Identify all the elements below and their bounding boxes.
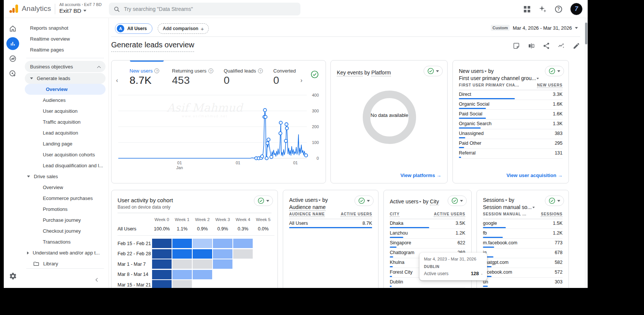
- advertising-icon[interactable]: [4, 66, 22, 81]
- sidebar-item-transactions[interactable]: Transactions: [22, 236, 109, 247]
- table-row[interactable]: un303: [483, 278, 563, 288]
- col-metric[interactable]: ACTIVE USERS: [434, 212, 465, 217]
- sidebar-item-purchase-journey[interactable]: Purchase journey: [22, 215, 109, 226]
- table-row[interactable]: chatgpt.com582: [483, 258, 563, 268]
- table-row[interactable]: Organic Social1.6K: [459, 100, 563, 110]
- channel-dimension-selector[interactable]: First user primary channel grou...: [459, 75, 539, 81]
- info-icon[interactable]: ?: [208, 68, 213, 73]
- all-users-comparison-pill[interactable]: A All Users: [115, 23, 152, 34]
- search-bar[interactable]: [109, 3, 300, 15]
- metric-carousel-next-icon[interactable]: ›: [300, 77, 302, 84]
- table-row[interactable]: Singapore622: [390, 239, 465, 248]
- key-events-status-dropdown[interactable]: [424, 66, 443, 76]
- sidebar-item-understand-web-app[interactable]: Understand web and/or app t...: [22, 247, 109, 258]
- sidebar-item-user-acquisition-cohorts[interactable]: User acquisition cohorts: [22, 149, 109, 160]
- col-metric[interactable]: ACTIVE USERS: [341, 212, 372, 217]
- checkmark-status-icon[interactable]: [311, 70, 319, 79]
- sidebar-item-overview-drive-sales[interactable]: Overview: [22, 182, 109, 193]
- sidebar-item-drive-sales[interactable]: Drive sales: [22, 171, 109, 182]
- table-row[interactable]: Paid Social1.6K: [459, 110, 563, 120]
- city-metric-selector[interactable]: Active users: [390, 198, 421, 204]
- table-row[interactable]: Unassigned383: [459, 129, 563, 139]
- insights-icon[interactable]: [558, 42, 565, 50]
- metric-tab-qualified-leads[interactable]: Qualified leads? 0: [224, 68, 263, 86]
- sidebar-item-landing-page[interactable]: Landing page: [22, 138, 109, 149]
- report-note-icon[interactable]: [513, 42, 520, 50]
- sidebar-item-checkout-journey[interactable]: Checkout journey: [22, 226, 109, 236]
- sessions-metric-selector[interactable]: Sessions: [483, 197, 507, 203]
- table-row[interactable]: Paid Other295: [459, 139, 563, 149]
- sidebar-item-traffic-acquisition[interactable]: Traffic acquisition: [22, 117, 109, 127]
- info-icon[interactable]: ?: [258, 68, 263, 73]
- help-icon[interactable]: ?: [555, 6, 562, 13]
- sidebar-item-lead-acquisition[interactable]: Lead acquisition: [22, 127, 109, 138]
- collapse-sidebar-icon[interactable]: [96, 278, 100, 282]
- col-dimension[interactable]: FIRST USER PRIMARY CHA...: [459, 83, 519, 88]
- col-metric[interactable]: SESSIONS: [541, 212, 563, 217]
- sidebar-item-realtime-pages[interactable]: Realtime pages: [22, 44, 109, 55]
- property-selector[interactable]: Exit7 BD: [59, 8, 86, 14]
- metric-tab-new-users[interactable]: New users? 8.7K: [130, 68, 161, 86]
- table-row[interactable]: m.facebook.com773: [483, 239, 563, 248]
- channel-status-dropdown[interactable]: [545, 66, 564, 76]
- search-input[interactable]: [124, 6, 296, 12]
- sidebar-item-generate-leads[interactable]: Generate leads: [25, 73, 106, 84]
- reports-icon[interactable]: [4, 36, 22, 51]
- table-row[interactable]: Direct3.3K: [459, 90, 563, 100]
- col-dimension[interactable]: AUDIENCE NAME: [289, 212, 325, 217]
- sidebar-item-lead-disqualification[interactable]: Lead disqualification and l...: [22, 160, 109, 171]
- cohort-status-dropdown[interactable]: [254, 195, 273, 206]
- table-row[interactable]: Referral131: [459, 149, 563, 159]
- col-dimension[interactable]: SESSION MANUAL ...: [483, 212, 526, 217]
- table-row[interactable]: google1.5K: [483, 219, 563, 229]
- breadcrumb-all-accounts[interactable]: All accounts: [59, 2, 81, 7]
- sidebar-item-realtime-overview[interactable]: Realtime overview: [22, 33, 109, 44]
- table-row[interactable]: fb1.2K: [483, 229, 563, 239]
- sidebar-item-reports-snapshot[interactable]: Reports snapshot: [22, 23, 109, 33]
- sidebar-item-user-acquisition[interactable]: User acquisition: [22, 106, 109, 117]
- table-row[interactable]: Organic Search1.3K: [459, 120, 563, 129]
- view-user-acquisition-link[interactable]: View user acquisition →: [507, 173, 563, 178]
- sidebar-item-ecommerce-purchases[interactable]: Ecommerce purchases: [22, 193, 109, 204]
- table-row[interactable]: All Users8.7K: [289, 219, 372, 229]
- channel-metric-selector[interactable]: New users: [459, 68, 487, 74]
- admin-gear-icon[interactable]: [4, 268, 22, 283]
- sessions-status-dropdown[interactable]: [545, 195, 564, 206]
- table-row[interactable]: facebook.com572: [483, 268, 563, 278]
- info-icon[interactable]: ?: [154, 68, 159, 73]
- gemini-sparkle-icon[interactable]: [538, 5, 547, 13]
- table-row[interactable]: Lanzhou1.2K: [390, 229, 465, 239]
- edit-pencil-icon[interactable]: [573, 42, 580, 50]
- scrollbar[interactable]: [585, 18, 588, 288]
- key-events-metric[interactable]: Key events: [337, 70, 363, 76]
- explore-icon[interactable]: [4, 51, 22, 66]
- sidebar-section-business-objectives[interactable]: Business objectives: [25, 61, 106, 72]
- home-icon[interactable]: [4, 21, 22, 36]
- view-platforms-link[interactable]: View platforms →: [400, 173, 441, 178]
- ab-compare-icon[interactable]: [528, 42, 535, 50]
- share-icon[interactable]: [543, 42, 550, 50]
- sessions-dimension-selector[interactable]: Session manual so...: [483, 204, 535, 210]
- audience-status-dropdown[interactable]: [354, 195, 374, 206]
- add-comparison-button[interactable]: Add comparison +: [158, 23, 208, 34]
- audience-metric-selector[interactable]: Active users: [289, 197, 321, 203]
- sidebar-item-promotions[interactable]: Promotions: [22, 204, 109, 215]
- sidebar-item-audiences[interactable]: Audiences: [22, 95, 109, 106]
- scrollbar-thumb[interactable]: [585, 23, 587, 44]
- table-row[interactable]: ig678: [483, 248, 563, 258]
- date-range-selector[interactable]: Custom Mar 4, 2026 - Mar 31, 2026: [491, 25, 578, 31]
- col-metric[interactable]: NEW USERS: [537, 83, 563, 88]
- apps-grid-icon[interactable]: [524, 6, 530, 12]
- metric-carousel-prev-icon[interactable]: ‹: [116, 77, 118, 84]
- table-row[interactable]: Dhaka3.5K: [390, 219, 465, 229]
- city-status-dropdown[interactable]: [448, 195, 467, 206]
- col-dimension[interactable]: CITY: [390, 212, 400, 217]
- metric-tab-returning-users[interactable]: Returning users? 453: [172, 68, 213, 86]
- key-events-dimension[interactable]: Platform: [371, 70, 391, 76]
- city-dimension[interactable]: City: [430, 198, 439, 205]
- sidebar-item-overview-generate-leads[interactable]: Overview: [25, 84, 106, 95]
- avatar[interactable]: 7: [570, 3, 582, 15]
- analytics-logo[interactable]: Analytics: [9, 4, 51, 14]
- audience-dimension[interactable]: Audience name: [289, 204, 326, 211]
- breadcrumb-account[interactable]: ExiT 7 BD: [84, 2, 102, 7]
